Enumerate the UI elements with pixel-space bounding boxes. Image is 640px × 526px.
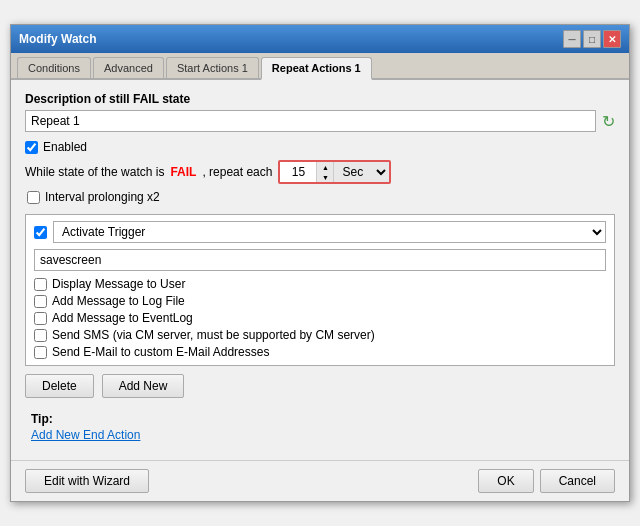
option-display-msg: Display Message to User bbox=[34, 277, 606, 291]
minimize-button[interactable]: ─ bbox=[563, 30, 581, 48]
add-eventlog-label: Add Message to EventLog bbox=[52, 311, 193, 325]
tip-label: Tip: bbox=[31, 412, 609, 426]
option-send-email: Send E-Mail to custom E-Mail Addresses bbox=[34, 345, 606, 359]
action-checkbox[interactable] bbox=[34, 226, 47, 239]
action-group: Activate Trigger Display Message to User… bbox=[25, 214, 615, 366]
add-new-end-action-link[interactable]: Add New End Action bbox=[31, 428, 140, 442]
maximize-button[interactable]: □ bbox=[583, 30, 601, 48]
cancel-button[interactable]: Cancel bbox=[540, 469, 615, 493]
repeat-number-input[interactable] bbox=[280, 163, 316, 181]
interval-checkbox[interactable] bbox=[27, 191, 40, 204]
bottom-bar: Edit with Wizard OK Cancel bbox=[11, 460, 629, 501]
option-add-log: Add Message to Log File bbox=[34, 294, 606, 308]
interval-row: Interval prolonging x2 bbox=[27, 190, 615, 204]
unit-select[interactable]: Sec Min Hour bbox=[333, 162, 389, 182]
fail-text: FAIL bbox=[170, 165, 196, 179]
description-input[interactable] bbox=[25, 110, 596, 132]
add-eventlog-checkbox[interactable] bbox=[34, 312, 47, 325]
enabled-label: Enabled bbox=[43, 140, 87, 154]
display-msg-checkbox[interactable] bbox=[34, 278, 47, 291]
title-bar: Modify Watch ─ □ ✕ bbox=[11, 25, 629, 53]
spin-down-button[interactable]: ▼ bbox=[317, 172, 333, 182]
window-title: Modify Watch bbox=[19, 32, 97, 46]
options-list: Display Message to User Add Message to L… bbox=[34, 277, 606, 359]
send-sms-label: Send SMS (via CM server, must be support… bbox=[52, 328, 375, 342]
add-new-button[interactable]: Add New bbox=[102, 374, 185, 398]
main-content: Description of still FAIL state ↻ Enable… bbox=[11, 80, 629, 460]
repeat-row: While state of the watch is FAIL , repea… bbox=[25, 160, 615, 184]
tab-start-actions[interactable]: Start Actions 1 bbox=[166, 57, 259, 78]
refresh-icon[interactable]: ↻ bbox=[602, 112, 615, 131]
option-add-eventlog: Add Message to EventLog bbox=[34, 311, 606, 325]
delete-button[interactable]: Delete bbox=[25, 374, 94, 398]
title-controls: ─ □ ✕ bbox=[563, 30, 621, 48]
description-row: ↻ bbox=[25, 110, 615, 132]
repeat-prefix: While state of the watch is bbox=[25, 165, 164, 179]
action-button-row: Delete Add New bbox=[25, 374, 615, 398]
spin-buttons: ▲ ▼ bbox=[316, 162, 333, 182]
tab-bar: Conditions Advanced Start Actions 1 Repe… bbox=[11, 53, 629, 80]
tip-section: Tip: Add New End Action bbox=[25, 406, 615, 448]
send-email-checkbox[interactable] bbox=[34, 346, 47, 359]
repeat-suffix: , repeat each bbox=[202, 165, 272, 179]
wizard-button[interactable]: Edit with Wizard bbox=[25, 469, 149, 493]
tab-advanced[interactable]: Advanced bbox=[93, 57, 164, 78]
action-value-input[interactable] bbox=[34, 249, 606, 271]
close-button[interactable]: ✕ bbox=[603, 30, 621, 48]
send-sms-checkbox[interactable] bbox=[34, 329, 47, 342]
modify-watch-dialog: Modify Watch ─ □ ✕ Conditions Advanced S… bbox=[10, 24, 630, 502]
action-type-select[interactable]: Activate Trigger bbox=[53, 221, 606, 243]
send-email-label: Send E-Mail to custom E-Mail Addresses bbox=[52, 345, 269, 359]
option-send-sms: Send SMS (via CM server, must be support… bbox=[34, 328, 606, 342]
tab-conditions[interactable]: Conditions bbox=[17, 57, 91, 78]
action-header: Activate Trigger bbox=[34, 221, 606, 243]
enabled-row: Enabled bbox=[25, 140, 615, 154]
repeat-input-group: ▲ ▼ Sec Min Hour bbox=[278, 160, 391, 184]
tab-repeat-actions[interactable]: Repeat Actions 1 bbox=[261, 57, 372, 80]
display-msg-label: Display Message to User bbox=[52, 277, 185, 291]
enabled-checkbox[interactable] bbox=[25, 141, 38, 154]
add-log-checkbox[interactable] bbox=[34, 295, 47, 308]
ok-button[interactable]: OK bbox=[478, 469, 533, 493]
add-log-label: Add Message to Log File bbox=[52, 294, 185, 308]
spin-up-button[interactable]: ▲ bbox=[317, 162, 333, 172]
interval-label: Interval prolonging x2 bbox=[45, 190, 160, 204]
description-label: Description of still FAIL state bbox=[25, 92, 615, 106]
